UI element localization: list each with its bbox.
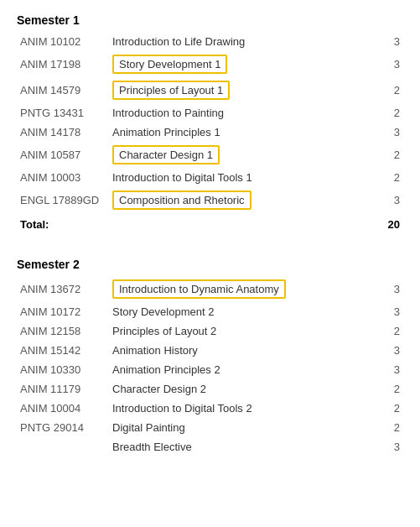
course-credits: 2 [378, 379, 403, 399]
table-row: ANIM 10102Introduction to Life Drawing3 [17, 32, 403, 51]
table-row: ANIM 12158Principles of Layout 22 [17, 321, 403, 341]
highlighted-course-name: Principles of Layout 1 [112, 81, 230, 100]
course-credits: 3 [378, 32, 403, 51]
semester1-section: Semester 1 ANIM 10102Introduction to Lif… [17, 13, 403, 234]
course-name: Introduction to Life Drawing [109, 32, 378, 51]
highlighted-course-name: Introduction to Dynamic Anatomy [112, 279, 286, 299]
course-name: Character Design 2 [109, 379, 378, 399]
course-name: Principles of Layout 1 [109, 77, 378, 103]
course-name: Animation Principles 2 [109, 360, 378, 379]
course-code: ANIM 12158 [17, 321, 109, 341]
table-row: ANIM 10004Introduction to Digital Tools … [17, 399, 403, 418]
course-credits: 3 [378, 341, 403, 360]
table-row: ANIM 14178Animation Principles 13 [17, 123, 403, 142]
table-row: ANIM 17198Story Development 13 [17, 51, 403, 77]
semester1-title: Semester 1 [17, 13, 403, 27]
course-credits: 2 [378, 418, 403, 437]
table-row: ANIM 10330Animation Principles 23 [17, 360, 403, 379]
course-code: ANIM 10587 [17, 142, 109, 168]
total-label: Total: [17, 213, 378, 234]
course-credits: 2 [378, 103, 403, 123]
course-code: ANIM 10330 [17, 360, 109, 379]
course-name: Introduction to Painting [109, 103, 378, 123]
course-code: PNTG 13431 [17, 103, 109, 123]
total-credits: 20 [378, 213, 403, 234]
table-row: ANIM 14579Principles of Layout 12 [17, 77, 403, 103]
course-name: Character Design 1 [109, 142, 378, 168]
course-name: Animation History [109, 341, 378, 360]
course-code: ANIM 10102 [17, 32, 109, 51]
table-row: Breadth Elective3 [17, 437, 403, 457]
course-code: ANIM 10172 [17, 302, 109, 321]
course-code: ANIM 15142 [17, 341, 109, 360]
highlighted-course-name: Story Development 1 [112, 55, 227, 74]
course-credits: 2 [378, 168, 403, 187]
course-credits: 2 [378, 142, 403, 168]
semester2-title: Semester 2 [17, 258, 403, 271]
course-credits: 3 [378, 276, 403, 302]
course-code: ANIM 10003 [17, 168, 109, 187]
semester2-section: Semester 2 ANIM 13672Introduction to Dyn… [17, 258, 403, 457]
course-code: ANIM 10004 [17, 399, 109, 418]
course-name: Principles of Layout 2 [109, 321, 378, 341]
total-row: Total:20 [17, 213, 403, 234]
table-row: ANIM 10587Character Design 12 [17, 142, 403, 168]
course-credits: 3 [378, 302, 403, 321]
course-credits: 3 [378, 360, 403, 379]
course-code [17, 437, 109, 457]
course-name: Introduction to Digital Tools 1 [109, 168, 378, 187]
highlighted-course-name: Composition and Rhetoric [112, 190, 251, 210]
course-name: Introduction to Dynamic Anatomy [109, 276, 378, 302]
course-name: Story Development 2 [109, 302, 378, 321]
course-name: Composition and Rhetoric [109, 187, 378, 213]
course-name: Introduction to Digital Tools 2 [109, 399, 378, 418]
table-row: ANIM 13672Introduction to Dynamic Anatom… [17, 276, 403, 302]
course-credits: 2 [378, 77, 403, 103]
course-name: Animation Principles 1 [109, 123, 378, 142]
semester1-table: ANIM 10102Introduction to Life Drawing3A… [17, 32, 403, 234]
course-code: ANIM 11179 [17, 379, 109, 399]
table-row: PNTG 13431Introduction to Painting2 [17, 103, 403, 123]
course-credits: 3 [378, 187, 403, 213]
course-code: ANIM 13672 [17, 276, 109, 302]
course-credits: 2 [378, 399, 403, 418]
course-code: ANIM 14178 [17, 123, 109, 142]
table-row: ANIM 10003Introduction to Digital Tools … [17, 168, 403, 187]
semester2-table: ANIM 13672Introduction to Dynamic Anatom… [17, 276, 403, 457]
table-row: ANIM 10172Story Development 23 [17, 302, 403, 321]
course-credits: 3 [378, 51, 403, 77]
course-code: PNTG 29014 [17, 418, 109, 437]
course-name: Breadth Elective [109, 437, 378, 457]
course-credits: 2 [378, 321, 403, 341]
course-credits: 3 [378, 123, 403, 142]
course-code: ENGL 17889GD [17, 187, 109, 213]
course-name: Story Development 1 [109, 51, 378, 77]
highlighted-course-name: Character Design 1 [112, 145, 220, 164]
course-code: ANIM 14579 [17, 77, 109, 103]
course-name: Digital Painting [109, 418, 378, 437]
table-row: ANIM 15142Animation History3 [17, 341, 403, 360]
table-row: PNTG 29014Digital Painting2 [17, 418, 403, 437]
table-row: ANIM 11179Character Design 22 [17, 379, 403, 399]
table-row: ENGL 17889GDComposition and Rhetoric3 [17, 187, 403, 213]
course-code: ANIM 17198 [17, 51, 109, 77]
course-credits: 3 [378, 437, 403, 457]
